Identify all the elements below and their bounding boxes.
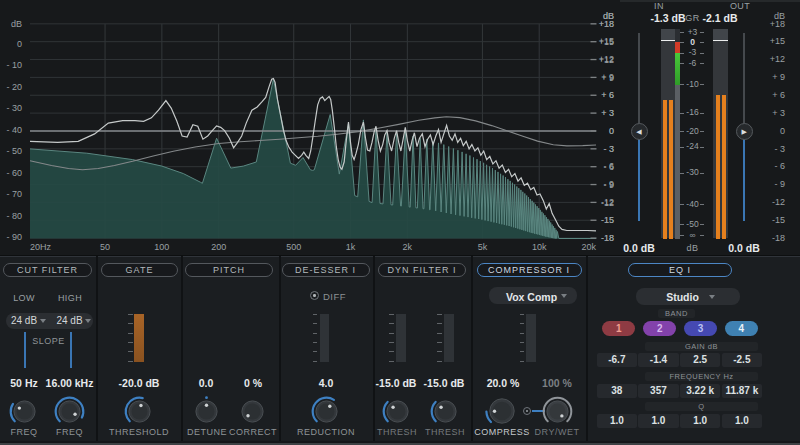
compressor-drywet-knob[interactable] — [541, 395, 574, 428]
eq-gain-cell[interactable]: 2.5 — [680, 353, 720, 366]
in-fader-handle[interactable]: ◀ — [631, 123, 648, 140]
eq-freq-cell[interactable]: 38 — [597, 384, 637, 397]
gr-tick — [700, 131, 704, 132]
gr-meter-green — [675, 53, 679, 85]
out-fader-track[interactable] — [743, 33, 745, 131]
de-esser-reduction-knob-label: REDUCTION — [296, 427, 356, 437]
compressor-link-icon[interactable] — [523, 407, 531, 415]
scale-label: + 3 — [584, 108, 614, 118]
tab-cut-filter[interactable]: CUT FILTER — [3, 263, 92, 277]
module-separator — [471, 256, 473, 441]
eq-q-cell[interactable]: 1.0 — [597, 414, 637, 427]
compressor-preset-value: Vox Comp — [494, 291, 569, 303]
meter-tick — [128, 323, 133, 324]
meter-tick — [389, 333, 394, 334]
out-label: OUT — [720, 1, 760, 11]
axis-label: - 50 — [6, 146, 22, 156]
pitch-correct-knob[interactable] — [236, 395, 269, 428]
eq-freq-cell[interactable]: 3.22 k — [680, 384, 720, 397]
gr-tick — [700, 147, 704, 148]
compressor-drywet-value: 100 % — [532, 377, 582, 389]
eq-band-button-2[interactable]: 2 — [643, 321, 676, 337]
cut-low-slope-select[interactable]: 24 dB — [4, 315, 44, 326]
tab-eq[interactable]: EQ I — [628, 263, 732, 277]
axis-label: - 10 — [6, 60, 22, 70]
out-meter-bar-left — [716, 95, 721, 239]
meter-tick — [389, 351, 394, 352]
tab-pitch[interactable]: PITCH — [185, 263, 273, 277]
axis-label: 20Hz — [30, 242, 52, 252]
out-fader-handle[interactable]: ▶ — [736, 123, 753, 140]
scale-label: - 3 — [755, 144, 785, 154]
eq-q-cell[interactable]: 1.0 — [722, 414, 762, 427]
scale-label: + 9 — [755, 72, 785, 82]
cut-high-freq-knob[interactable] — [53, 395, 86, 428]
axis-label: 10k — [532, 242, 547, 252]
axis-label: 20k — [581, 242, 596, 252]
dyn-thresh2-knob[interactable] — [429, 395, 462, 428]
meter-tick — [520, 342, 525, 343]
gr-tick — [700, 32, 704, 33]
cut-low-freq-knob-label: FREQ — [4, 427, 44, 437]
eq-q-cell[interactable]: 1.0 — [638, 414, 678, 427]
module-separator — [373, 256, 375, 441]
meter-tick — [313, 361, 318, 362]
pitch-detune-value: 0.0 — [186, 377, 226, 389]
tab-compressor[interactable]: COMPRESSOR I — [477, 263, 582, 277]
de-esser-reduction-knob[interactable] — [310, 395, 343, 428]
out-meter-peak-zone — [713, 29, 728, 40]
out-fader-value: 0.0 dB — [722, 242, 766, 254]
scale-label: + 9 — [584, 72, 614, 82]
eq-band-button-1[interactable]: 1 — [602, 321, 635, 337]
eq-q-cell[interactable]: 1.0 — [680, 414, 720, 427]
dyn-thresh1-knob[interactable] — [381, 395, 414, 428]
meter-tick — [389, 342, 394, 343]
meter-tick — [389, 361, 394, 362]
tab-gate[interactable]: GATE — [101, 263, 178, 277]
eq-freq-cell[interactable]: 11.87 k — [722, 384, 762, 397]
axis-label: - 70 — [6, 189, 22, 199]
chevron-down-icon — [709, 295, 715, 299]
meter-tick — [128, 314, 133, 315]
in-meter-peak-hold — [661, 40, 674, 42]
link-dot-icon — [526, 410, 528, 412]
pitch-detune-knob[interactable] — [190, 395, 223, 428]
meter-tick — [520, 361, 525, 362]
gr-tick — [700, 84, 704, 85]
eq-band-label: BAND — [658, 309, 695, 318]
out-meter-peak-hold — [713, 40, 728, 42]
cut-slope-label: SLOPE — [28, 336, 69, 346]
eq-gain-cell[interactable]: -2.5 — [722, 353, 762, 366]
scale-label: -12 — [755, 197, 785, 207]
dyn-thresh1-knob-label: THRESH — [372, 427, 422, 437]
dyn-meter2-scale — [437, 314, 442, 362]
in-fader-value: 0.0 dB — [617, 242, 661, 254]
cut-low-freq-knob[interactable] — [8, 395, 41, 428]
plugin-window: dB0- 10- 20- 30- 40- 50- 60- 70- 80- 90d… — [0, 0, 800, 445]
right-triangle-icon: ▶ — [742, 128, 747, 135]
in-fader-fill — [638, 131, 640, 221]
axis-label: 0 — [17, 39, 22, 49]
compressor-compress-knob[interactable] — [484, 393, 520, 429]
meter-tick — [437, 314, 442, 315]
gate-threshold-value: -20.0 dB — [109, 377, 169, 389]
tab-dyn-filter[interactable]: DYN FILTER I — [378, 263, 466, 277]
eq-gain-cell[interactable]: -6.7 — [597, 353, 637, 366]
eq-band-button-4[interactable]: 4 — [725, 321, 758, 337]
chevron-down-icon — [40, 319, 46, 323]
dyn-meter1-scale — [389, 314, 394, 362]
scale-label: +18 — [584, 19, 614, 29]
in-fader-track[interactable] — [638, 33, 640, 131]
cut-low-slope-indicator — [24, 332, 26, 369]
scale-label: - 6 — [755, 161, 785, 171]
gate-threshold-knob[interactable] — [123, 395, 156, 428]
gr-tick — [700, 113, 704, 114]
tab-de-esser[interactable]: DE-ESSER I — [282, 263, 370, 277]
eq-freq-cell[interactable]: 357 — [638, 384, 678, 397]
meter-tick — [520, 314, 525, 315]
axis-label: dB — [11, 19, 22, 29]
eq-band-button-3[interactable]: 3 — [684, 321, 717, 337]
axis-label: 5k — [478, 242, 488, 252]
de-esser-diff-radio[interactable] — [310, 291, 319, 300]
eq-gain-cell[interactable]: -1.4 — [638, 353, 678, 366]
